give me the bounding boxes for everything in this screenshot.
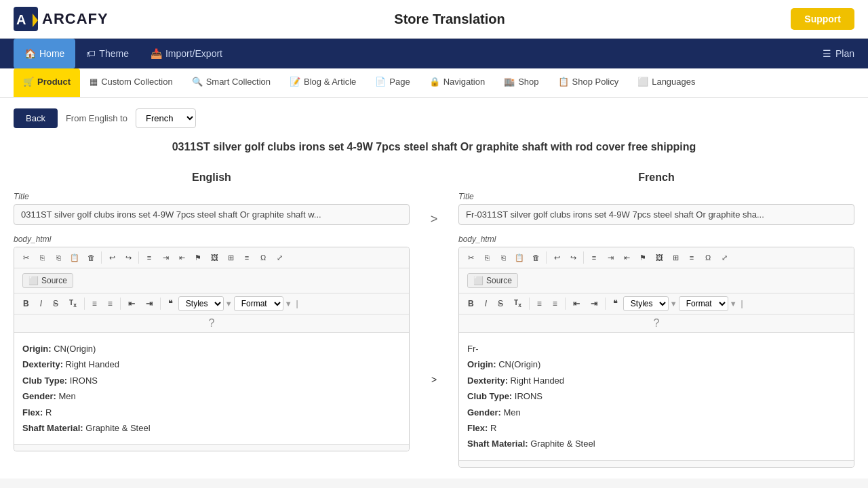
page-icon: 📄 <box>375 77 386 87</box>
blockquote-btn-fr[interactable]: ❝ <box>608 297 622 310</box>
omega-btn[interactable]: Ω <box>256 250 271 265</box>
paste-btn-fr[interactable]: ⎗ <box>496 250 511 265</box>
flag-btn[interactable]: ⚑ <box>191 250 205 265</box>
source-icon: ⬜ <box>28 276 39 285</box>
table-btn[interactable]: ⊞ <box>223 250 238 265</box>
table-btn-fr[interactable]: ⊞ <box>668 250 683 265</box>
tab-navigation[interactable]: 🔒 Navigation <box>420 68 494 97</box>
nav-plan[interactable]: ☰ Plan <box>823 39 854 68</box>
decrease-indent-fr[interactable]: ⇤ <box>568 297 585 310</box>
paste-text-btn-fr[interactable]: 📋 <box>512 250 527 265</box>
list-icon: ☰ <box>823 48 831 59</box>
cut-btn-fr[interactable]: ✂ <box>463 250 478 265</box>
sub-btn-en[interactable]: Tx <box>64 297 81 310</box>
paste-btn[interactable]: ⎗ <box>51 250 66 265</box>
filter-icon: 🔍 <box>192 77 203 87</box>
paste-text-btn[interactable]: 📋 <box>67 250 82 265</box>
nav-item-theme[interactable]: 🏷 Theme <box>75 39 140 68</box>
source-label: Source <box>41 276 67 285</box>
source-button[interactable]: ⬜ Source <box>22 273 73 288</box>
ul-btn-fr[interactable]: ≡ <box>548 297 562 310</box>
styles-arrow-en: ▼ <box>225 300 233 308</box>
tab-smart-label: Smart Collection <box>206 77 271 87</box>
outdent-btn-fr[interactable]: ⇤ <box>619 250 634 265</box>
italic-btn-fr[interactable]: I <box>480 297 492 310</box>
copy-btn[interactable]: ⎘ <box>35 250 50 265</box>
format-btn-fr[interactable]: ≡ <box>587 250 601 265</box>
source-row-fr: ⬜ Source <box>459 268 854 293</box>
decrease-indent-en[interactable]: ⇤ <box>123 297 140 310</box>
italic-btn-en[interactable]: I <box>35 297 47 310</box>
image-btn[interactable]: 🖼 <box>207 250 222 265</box>
undo-btn-fr[interactable]: ↩ <box>549 250 564 265</box>
support-button[interactable]: Support <box>791 8 854 30</box>
align-btn[interactable]: ≡ <box>239 250 254 265</box>
bold-btn-en[interactable]: B <box>18 297 34 310</box>
back-button[interactable]: Back <box>14 108 58 128</box>
increase-indent-en[interactable]: ⇥ <box>141 297 157 310</box>
nav-item-theme-label: Theme <box>99 48 129 59</box>
tab-blog-article[interactable]: 📝 Blog & Article <box>280 68 366 97</box>
delete-btn[interactable]: 🗑 <box>83 250 98 265</box>
redo-btn[interactable]: ↪ <box>121 250 136 265</box>
tab-languages-label: Languages <box>652 77 695 87</box>
french-title-input[interactable] <box>458 204 854 225</box>
tab-page[interactable]: 📄 Page <box>366 68 419 97</box>
outdent-btn[interactable]: ⇤ <box>174 250 189 265</box>
align-btn-fr[interactable]: ≡ <box>684 250 699 265</box>
logo: A ARCAFY <box>14 7 108 31</box>
strike-btn-fr[interactable]: S <box>493 297 508 310</box>
expand-btn[interactable]: ⤢ <box>272 250 287 265</box>
styles-select-en[interactable]: Styles <box>178 296 224 311</box>
tab-custom-label: Custom Collection <box>101 77 173 87</box>
expand-btn-fr[interactable]: ⤢ <box>717 250 732 265</box>
copy-btn-fr[interactable]: ⎘ <box>479 250 494 265</box>
omega-btn-fr[interactable]: Ω <box>701 250 715 265</box>
english-editor-body[interactable]: Origin: CN(Origin) Dexterity: Right Hand… <box>14 333 409 444</box>
divider1 <box>101 251 102 264</box>
styles-select-fr[interactable]: Styles <box>623 296 669 311</box>
nav-bar: 🏠 Home 🏷 Theme 📥 Import/Export ☰ Plan <box>0 39 868 68</box>
indent-btn[interactable]: ⇥ <box>158 250 173 265</box>
source-label-fr: Source <box>486 276 512 285</box>
tab-nav-label: Navigation <box>443 77 485 87</box>
pipe-en: | <box>296 299 298 308</box>
strike-btn-en[interactable]: S <box>48 297 63 310</box>
language-select[interactable]: French Spanish German Italian <box>136 108 196 128</box>
format-btn[interactable]: ≡ <box>142 250 157 265</box>
delete-btn-fr[interactable]: 🗑 <box>528 250 543 265</box>
tab-shop[interactable]: 🏬 Shop <box>494 68 548 97</box>
tab-custom-collection[interactable]: ▦ Custom Collection <box>80 68 182 97</box>
tag-icon: 🏷 <box>86 48 96 59</box>
sub-btn-fr[interactable]: Tx <box>509 297 526 310</box>
nav-item-import-export[interactable]: 📥 Import/Export <box>140 39 233 68</box>
undo-btn[interactable]: ↩ <box>104 250 119 265</box>
english-help-row: ? <box>14 314 409 333</box>
body-line-5-fr: Flex: R <box>467 420 846 436</box>
blockquote-btn-en[interactable]: ❝ <box>163 297 177 310</box>
french-help-row: ? <box>459 314 854 333</box>
bold-btn-fr[interactable]: B <box>463 297 479 310</box>
ul-btn-en[interactable]: ≡ <box>103 297 117 310</box>
increase-indent-fr[interactable]: ⇥ <box>586 297 602 310</box>
format-select-en[interactable]: Format <box>234 296 283 311</box>
logo-text: ARCAFY <box>42 10 108 28</box>
indent-btn-fr[interactable]: ⇥ <box>603 250 618 265</box>
redo-btn-fr[interactable]: ↪ <box>566 250 580 265</box>
product-title-display: 0311ST silver golf clubs irons set 4-9W … <box>163 139 705 155</box>
tab-languages[interactable]: ⬜ Languages <box>628 68 705 97</box>
flag-btn-fr[interactable]: ⚑ <box>635 250 650 265</box>
english-title-input[interactable] <box>14 204 410 225</box>
source-button-fr[interactable]: ⬜ Source <box>467 273 518 288</box>
tab-shop-policy[interactable]: 📋 Shop Policy <box>549 68 629 97</box>
french-editor-body[interactable]: Fr- Origin: CN(Origin) Dexterity: Right … <box>459 333 854 460</box>
nav-item-home[interactable]: 🏠 Home <box>14 39 75 68</box>
tab-smart-collection[interactable]: 🔍 Smart Collection <box>182 68 280 97</box>
tab-product[interactable]: 🛒 Product <box>14 68 80 97</box>
ol-btn-fr[interactable]: ≡ <box>532 297 547 310</box>
image-btn-fr[interactable]: 🖼 <box>652 250 667 265</box>
cut-btn[interactable]: ✂ <box>18 250 33 265</box>
ol-btn-en[interactable]: ≡ <box>87 297 102 310</box>
english-toolbar-top: ✂ ⎘ ⎗ 📋 🗑 ↩ ↪ ≡ ⇥ ⇤ ⚑ 🖼 ⊞ ≡ Ω <box>14 247 409 268</box>
format-select-fr[interactable]: Format <box>679 296 728 311</box>
